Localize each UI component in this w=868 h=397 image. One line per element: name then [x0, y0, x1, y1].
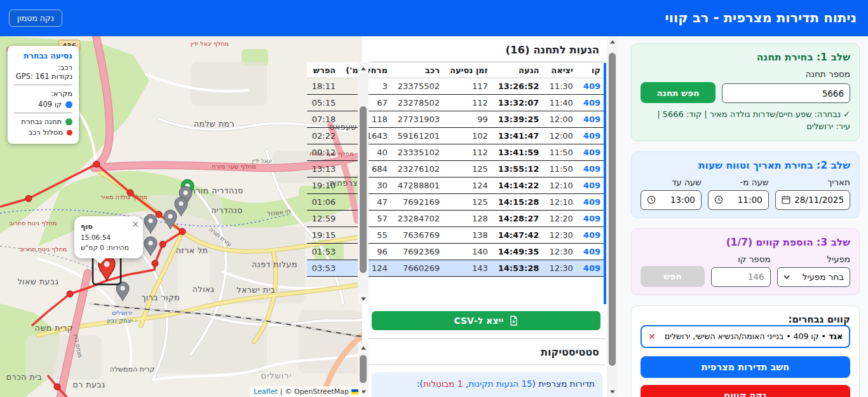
- map-label: בית ישראל: [237, 285, 276, 295]
- popup-time: 15:06:54: [81, 232, 137, 242]
- remove-line-icon[interactable]: ✕: [648, 331, 656, 342]
- table-row[interactable]: 40912:3014:49:3514076923699601:53: [307, 244, 606, 260]
- step3-heading: שלב 3: הוספת קווים (1/7): [641, 237, 850, 248]
- table-cell: 12:30: [544, 227, 578, 244]
- table-cell: 47288801: [393, 178, 445, 194]
- panel-scrollbar-thumb[interactable]: [609, 53, 616, 366]
- line-link[interactable]: 409: [578, 144, 606, 161]
- table-cell: 13:41:59: [493, 144, 545, 161]
- station-number-input[interactable]: [722, 83, 850, 103]
- line-link[interactable]: 409: [578, 194, 606, 211]
- line-link[interactable]: 409: [578, 244, 606, 260]
- file-download-icon: [509, 316, 519, 326]
- legend-title[interactable]: נסיעה נבחרת: [14, 51, 72, 60]
- date-input[interactable]: 28/11/2025: [775, 190, 850, 210]
- legend-gps-count: נקודות GPS: 161: [14, 72, 72, 81]
- export-csv-button[interactable]: ייצא ל-CSV: [372, 311, 600, 330]
- table-cell: 11:30: [544, 78, 578, 95]
- table-cell: 03:53: [307, 260, 341, 277]
- table-cell: 140: [445, 244, 493, 260]
- line-link[interactable]: 409: [578, 260, 606, 277]
- line-link[interactable]: 409: [578, 227, 606, 244]
- table-scrollbar-thumb[interactable]: [360, 106, 367, 273]
- blue-dot-icon: [65, 101, 72, 108]
- table-cell: 23276102: [393, 161, 445, 178]
- search-station-button[interactable]: חפש תחנה: [641, 82, 715, 103]
- scroll-up-arrow-icon[interactable]: [358, 342, 369, 353]
- table-cell: 12:00: [544, 128, 578, 144]
- legend-divider: [14, 113, 72, 113]
- table-row[interactable]: 40912:3014:53:28143766026912403:53: [307, 260, 606, 277]
- clear-lines-button[interactable]: נקה קווים: [641, 385, 850, 397]
- calendar-icon[interactable]: [782, 195, 790, 204]
- table-cell: 01:06: [307, 194, 341, 211]
- cancelled-arrivals-count: 1 מבוטלות: [423, 379, 463, 389]
- table-cell: 19:15: [307, 227, 341, 244]
- map-label: גבעת רם: [72, 380, 105, 389]
- clock-icon[interactable]: [714, 195, 723, 204]
- control-panel: שלב 1: בחירת תחנה מספר תחנה חפש תחנה ✓ נ…: [618, 36, 868, 397]
- time-to-input[interactable]: 13:00: [641, 190, 702, 210]
- clear-cache-button[interactable]: נקה מטמון: [9, 10, 62, 27]
- table-cell: 11:50: [544, 144, 578, 161]
- line-link[interactable]: 409: [578, 111, 606, 128]
- table-row[interactable]: 40912:3014:47:4213876367695519:15: [307, 227, 606, 244]
- table-row[interactable]: 40912:2014:28:27128232847025712:59: [307, 211, 606, 227]
- table-cell: 14:53:28: [493, 260, 545, 277]
- table-cell: 59161201: [393, 128, 445, 144]
- line-link[interactable]: 409: [578, 95, 606, 111]
- table-cell: 125: [445, 194, 493, 211]
- line-number-input[interactable]: 146: [711, 267, 771, 287]
- line-link[interactable]: 409: [578, 78, 606, 95]
- table-cell: 12:20: [544, 211, 578, 227]
- line-link[interactable]: 409: [578, 178, 606, 194]
- popup-speed: מהירות: 0 קמ"ש: [81, 242, 137, 253]
- map-label: סנהדריה: [211, 205, 243, 215]
- table-cell: 138: [445, 227, 493, 244]
- scroll-down-arrow-icon[interactable]: [607, 386, 618, 397]
- table-cell: 23278502: [393, 95, 445, 111]
- panel-scrollbar[interactable]: [607, 36, 618, 397]
- line-link[interactable]: 409: [578, 128, 606, 144]
- table-row[interactable]: 40912:1014:14:22124472888013019:10: [307, 178, 606, 194]
- table-cell: 102: [445, 128, 493, 144]
- operator-select[interactable]: בחר מפעיל: [777, 267, 850, 287]
- scroll-up-arrow-icon[interactable]: [607, 36, 618, 47]
- table-scrollbar[interactable]: [358, 63, 369, 304]
- line-link[interactable]: 409: [578, 161, 606, 178]
- table-cell: 112: [445, 95, 493, 111]
- clock-icon[interactable]: [647, 195, 656, 204]
- table-row[interactable]: 40911:3013:26:5211723375502318:11: [307, 78, 606, 95]
- leaflet-link[interactable]: Leaflet: [254, 387, 277, 396]
- table-row[interactable]: 40911:5013:41:59112233351024000:12: [307, 144, 606, 161]
- table-cell: 13:26:52: [493, 78, 545, 95]
- selected-line-text: אגד • קו 409 • בנייני האומה/הנשיא השישי,…: [661, 331, 843, 341]
- stats-scrollbar-thumb[interactable]: [360, 355, 367, 383]
- table-row[interactable]: 40911:5013:55:121252327610268413:13: [307, 161, 606, 178]
- scroll-up-arrow-icon[interactable]: [358, 63, 369, 74]
- selected-line-item[interactable]: אגד • קו 409 • בנייני האומה/הנשיא השישי,…: [641, 325, 850, 348]
- table-cell: 12:30: [544, 260, 578, 277]
- popup-close-icon[interactable]: ×: [132, 218, 139, 232]
- table-row[interactable]: 40911:4013:32:07112232785026705:15: [307, 95, 606, 111]
- osm-credit[interactable]: © OpenStreetMap: [285, 387, 349, 396]
- selected-station-note: ✓ נבחרה: שפע חיים/שדרות גולדה מאיר | קוד…: [641, 109, 850, 133]
- chevron-down-icon: [783, 275, 790, 279]
- page-title: ניתוח תדירות מצרפית - רב קווי: [665, 0, 857, 36]
- table-cell: 128: [445, 211, 493, 227]
- table-row[interactable]: 40912:1014:15:2812576921694701:06: [307, 194, 606, 211]
- scroll-down-arrow-icon[interactable]: [358, 293, 369, 304]
- table-row[interactable]: 40912:0013:41:4710259161201164302:22: [307, 128, 606, 144]
- map-legend: נסיעה נבחרת רכב: נקודות GPS: 161 מקרא: ק…: [8, 46, 79, 144]
- table-cell: 19:10: [307, 178, 341, 194]
- table-row[interactable]: 40912:0013:39:25992773190311807:18: [307, 111, 606, 128]
- table-cell: 7660269: [393, 260, 445, 277]
- map-label: תל ארזה: [176, 246, 208, 255]
- calculate-frequency-button[interactable]: חשב תדירות מצרפית: [641, 356, 850, 378]
- table-cell: 13:39:25: [493, 111, 545, 128]
- map-label: בית הכרם: [6, 372, 42, 382]
- legend-vehicle-label: רכב:: [14, 63, 72, 72]
- time-from-input[interactable]: 11:00: [708, 190, 769, 210]
- table-header-row: קו יציאה הגעה זמן נסיעה רכב מרחק (מ') הפ…: [307, 62, 606, 78]
- line-link[interactable]: 409: [578, 211, 606, 227]
